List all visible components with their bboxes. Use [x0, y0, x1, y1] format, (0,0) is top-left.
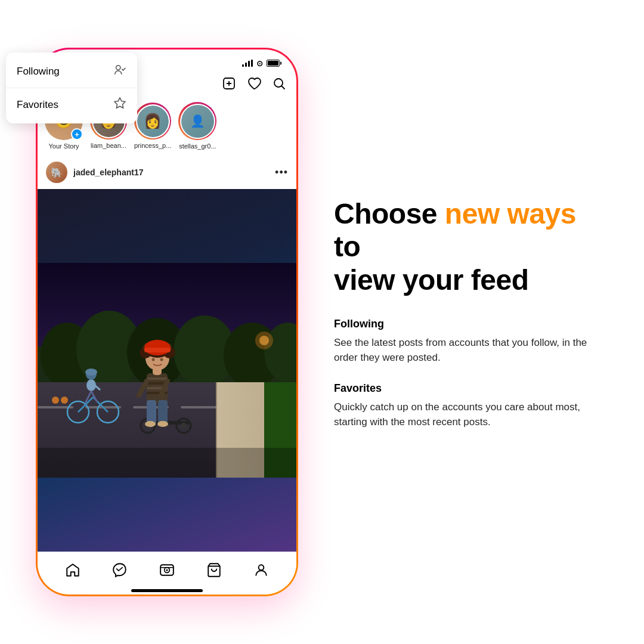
svg-point-54: [157, 421, 168, 427]
right-content: Choose new ways toview your feed Followi…: [298, 197, 596, 447]
feature-following: Following See the latest posts from acco…: [334, 318, 596, 366]
svg-rect-51: [147, 400, 156, 424]
status-icons: ⊙: [242, 59, 280, 68]
nav-profile-icon[interactable]: [250, 559, 272, 581]
phone-screen: 5:26 ⊙ Instagram: [38, 49, 296, 595]
svg-rect-27: [181, 406, 216, 408]
following-option[interactable]: Following: [38, 56, 137, 86]
svg-point-45: [181, 423, 187, 429]
svg-point-71: [61, 397, 68, 404]
signal-icon: [242, 60, 253, 67]
feature-following-desc: See the latest posts from accounts that …: [334, 335, 596, 366]
nav-reels-icon[interactable]: [156, 559, 178, 581]
story-label-2: princess_p...: [134, 142, 171, 149]
svg-line-4: [282, 86, 285, 89]
favorites-label: Favorites: [38, 99, 58, 111]
post-header: 🐘 jaded_elephant17 •••: [38, 156, 296, 189]
svg-point-74: [166, 569, 168, 571]
star-icon: [113, 97, 126, 113]
header-actions: [221, 76, 287, 91]
post-more-icon[interactable]: •••: [275, 166, 288, 179]
nav-messenger-icon[interactable]: [109, 559, 131, 581]
post-image: [38, 189, 296, 552]
headline: Choose new ways toview your feed: [334, 197, 596, 296]
svg-point-5: [116, 66, 120, 70]
post-username: jaded_elephant17: [73, 168, 144, 177]
headline-orange: new ways: [445, 198, 576, 230]
nav-home-icon[interactable]: [62, 559, 83, 581]
nav-shop-icon[interactable]: [203, 559, 225, 581]
headline-suffix: toview your feed: [334, 231, 528, 295]
story-label-1: liam_bean...: [91, 142, 126, 149]
post-user[interactable]: 🐘 jaded_elephant17: [46, 162, 144, 183]
svg-rect-69: [38, 448, 296, 478]
feed-dropdown: Following Favorites: [38, 52, 137, 123]
search-icon[interactable]: [271, 76, 287, 91]
story-label-3: stellas_gr0...: [179, 143, 216, 150]
page-container: 5:26 ⊙ Instagram: [0, 0, 644, 644]
svg-point-53: [145, 421, 156, 427]
svg-point-67: [152, 358, 155, 361]
story-label-yours: Your Story: [49, 143, 79, 150]
story-2[interactable]: 👩 princess_p...: [134, 103, 171, 149]
svg-point-68: [160, 358, 163, 361]
post-avatar: 🐘: [46, 162, 67, 183]
phone-mockup: 5:26 ⊙ Instagram: [36, 48, 298, 596]
battery-icon: [267, 60, 280, 67]
favorites-option[interactable]: Favorites: [38, 89, 137, 120]
story-ring-2: 👩: [134, 103, 171, 140]
following-icon: [113, 63, 126, 79]
bottom-nav: [38, 552, 296, 586]
following-label: Following: [38, 66, 60, 78]
home-indicator: [131, 589, 203, 592]
story-3[interactable]: 👤 stellas_gr0...: [178, 102, 216, 150]
feature-favorites: Favorites Quickly catch up on the accoun…: [334, 382, 596, 430]
svg-rect-66: [144, 348, 171, 352]
wifi-icon: ⊙: [256, 59, 263, 68]
svg-point-35: [85, 369, 97, 376]
svg-point-19: [259, 336, 269, 345]
add-post-icon[interactable]: [221, 76, 237, 91]
svg-rect-52: [158, 400, 168, 424]
headline-prefix: Choose: [334, 198, 445, 230]
svg-point-70: [52, 397, 59, 404]
heart-icon[interactable]: [246, 76, 262, 91]
svg-rect-47: [147, 377, 168, 380]
feature-favorites-title: Favorites: [334, 382, 596, 395]
svg-point-77: [258, 565, 264, 570]
feature-favorites-desc: Quickly catch up on the accounts you car…: [334, 400, 596, 430]
feature-following-title: Following: [334, 318, 596, 330]
dropdown-divider: [38, 88, 137, 88]
